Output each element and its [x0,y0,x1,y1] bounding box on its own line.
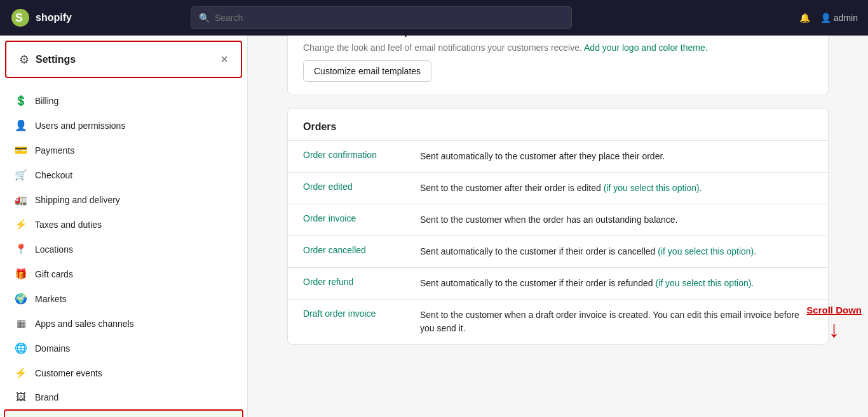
table-row: Order refundSent automatically to the cu… [288,267,828,299]
domains-icon: 🌐 [15,342,27,354]
customize-email-button[interactable]: Customize email templates [303,60,431,82]
sidebar-item-payments[interactable]: 💳Payments [0,138,247,162]
logo-text: shopify [36,12,72,23]
settings-title: Settings [36,54,76,65]
sidebar-item-taxes-duties[interactable]: ⚡Taxes and duties [0,212,247,237]
order-desc-plain: Sent to the customer after their order i… [420,183,604,193]
sidebar-item-label-domains: Domains [35,343,70,354]
sidebar-item-users-permissions[interactable]: 👤Users and permissions [0,113,247,138]
sidebar-item-label-apps-sales-channels: Apps and sales channels [35,319,134,329]
sidebar-item-domains[interactable]: 🌐Domains [0,336,247,361]
table-row: Order invoiceSent to the customer when t… [288,204,828,235]
sidebar-item-shipping-delivery[interactable]: 🚛Shipping and delivery [0,187,247,212]
table-row: Order cancelledSent automatically to the… [288,235,828,267]
table-row: Order editedSent to the customer after t… [288,172,828,204]
customize-email-desc-plain: Change the look and feel of email notifi… [303,43,582,53]
topbar: S shopify 🔍 🔔 👤 admin [0,0,868,36]
apps-sales-channels-icon: ▦ [15,317,27,329]
topbar-right: 🔔 👤 admin [799,13,858,23]
order-desc-plain: Sent automatically to the customer if th… [420,278,655,288]
sidebar-item-label-payments: Payments [35,145,74,156]
order-desc-conditional: (if you select this option). [655,278,754,288]
order-desc-conditional: (if you select this option). [604,183,702,193]
orders-section-title: Orders [288,109,828,140]
customize-email-desc-link[interactable]: Add your logo and color theme. [584,43,708,53]
scroll-down-label: Scroll Down [806,305,862,315]
sidebar-item-customer-events[interactable]: ⚡Customer events [0,361,247,370]
main-content: Customize email templates Change the loo… [248,0,868,370]
notification-icon[interactable]: 🔔 [799,13,810,23]
markets-icon: 🌍 [15,293,27,305]
billing-icon: 💲 [15,95,27,107]
order-desc-conditional: (if you select this option). [658,246,756,256]
settings-panel: ⚙ Settings × 💲Billing👤Users and permissi… [0,36,248,370]
order-description: Sent to the customer after their order i… [420,182,702,195]
sidebar-item-label-taxes-duties: Taxes and duties [35,220,102,230]
settings-navigation: 💲Billing👤Users and permissions💳Payments🛒… [0,83,247,370]
sidebar-item-gift-cards[interactable]: 🎁Gift cards [0,261,247,286]
sidebar-item-locations[interactable]: 📍Locations [0,237,247,261]
close-button[interactable]: × [220,52,228,67]
order-link-order-confirmation[interactable]: Order confirmation [303,150,405,160]
taxes-duties-icon: ⚡ [15,218,27,230]
checkout-icon: 🛒 [15,169,27,181]
svg-text:S: S [15,11,23,24]
order-rows: Order confirmationSent automatically to … [288,140,828,344]
order-link-order-invoice[interactable]: Order invoice [303,213,405,223]
order-desc-plain: Sent automatically to the customer if th… [420,246,658,256]
order-desc-plain: Sent automatically to the customer after… [420,151,665,161]
search-icon: 🔍 [199,13,210,23]
locations-icon: 📍 [15,243,27,255]
orders-card: Orders Order confirmationSent automatica… [287,108,829,345]
sidebar-item-checkout[interactable]: 🛒Checkout [0,162,247,187]
users-permissions-icon: 👤 [15,119,27,131]
settings-header: ⚙ Settings × [5,41,242,78]
order-description: Sent automatically to the customer after… [420,150,665,163]
order-link-draft-order-invoice[interactable]: Draft order invoice [303,308,405,319]
logo: S shopify [10,8,72,28]
sidebar-item-apps-sales-channels[interactable]: ▦Apps and sales channels [0,311,247,336]
scroll-down-annotation: Scroll Down ↓ [806,305,862,341]
order-description: Sent to the customer when a draft order … [420,308,813,335]
order-desc-plain: Sent to the customer when a draft order … [420,310,799,333]
shipping-delivery-icon: 🚛 [15,194,27,206]
settings-gear-icon: ⚙ [19,53,29,67]
order-description: Sent automatically to the customer if th… [420,245,756,258]
sidebar-item-label-markets: Markets [35,294,67,304]
table-row: Draft order invoiceSent to the customer … [288,299,828,344]
search-bar[interactable]: 🔍 [191,6,572,29]
sidebar-item-label-billing: Billing [35,96,58,106]
table-row: Order confirmationSent automatically to … [288,140,828,172]
user-avatar[interactable]: 👤 admin [820,13,858,23]
sidebar-item-label-locations: Locations [35,244,73,255]
sidebar-item-label-checkout: Checkout [35,170,72,180]
sidebar-item-label-shipping-delivery: Shipping and delivery [35,195,120,205]
order-description: Sent automatically to the customer if th… [420,277,754,290]
payments-icon: 💳 [15,144,27,156]
order-link-order-edited[interactable]: Order edited [303,182,405,192]
sidebar-item-label-customer-events: Customer events [35,368,102,371]
order-link-order-cancelled[interactable]: Order cancelled [303,245,405,255]
order-description: Sent to the customer when the order has … [420,213,678,227]
sidebar-item-label-gift-cards: Gift cards [35,269,73,279]
sidebar-item-billing[interactable]: 💲Billing [0,88,247,113]
customer-events-icon: ⚡ [15,367,27,370]
sidebar-item-markets[interactable]: 🌍Markets [0,286,247,311]
gift-cards-icon: 🎁 [15,268,27,280]
search-input[interactable] [215,13,564,23]
customize-email-desc: Change the look and feel of email notifi… [303,43,813,53]
sidebar-item-label-users-permissions: Users and permissions [35,121,125,131]
order-link-order-refund[interactable]: Order refund [303,277,405,287]
order-desc-plain: Sent to the customer when the order has … [420,215,678,225]
scroll-down-arrow-icon: ↓ [829,318,840,341]
